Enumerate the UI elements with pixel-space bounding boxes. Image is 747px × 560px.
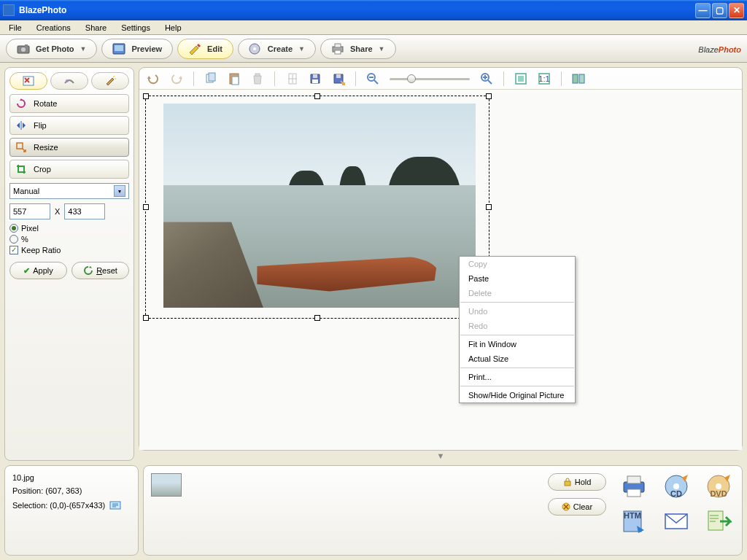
save-button[interactable] [285, 72, 298, 85]
filename-label: 10.jpg [12, 473, 131, 482]
zoom-slider[interactable] [390, 75, 470, 82]
resize-handle[interactable] [143, 315, 149, 321]
collapse-bar[interactable]: ▼ [139, 451, 743, 461]
ctx-print[interactable]: Print... [460, 370, 575, 384]
maximize-button[interactable]: ▢ [712, 3, 727, 18]
info-icon[interactable] [109, 499, 121, 511]
rotate-button[interactable]: Rotate [9, 94, 129, 113]
email-action[interactable] [663, 508, 689, 534]
svg-rect-13 [17, 143, 23, 149]
menu-help[interactable]: Help [159, 22, 187, 34]
undo-button[interactable] [147, 72, 160, 85]
printer-icon [331, 43, 344, 55]
ctx-copy[interactable]: Copy [460, 257, 575, 271]
resize-handle[interactable] [486, 204, 492, 210]
burn-dvd-action[interactable]: DVD [705, 473, 732, 499]
filmstrip-panel: Hold Clear CD DVD HTM [143, 465, 743, 556]
svg-rect-37 [579, 74, 584, 83]
app-icon [3, 4, 15, 16]
keep-ratio-checkbox[interactable]: ✓Keep Ratio [9, 246, 129, 254]
pixel-radio[interactable]: Pixel [9, 224, 129, 233]
svg-rect-2 [25, 44, 28, 47]
minimize-button[interactable]: — [695, 3, 711, 18]
save-as-button[interactable] [332, 72, 345, 85]
save-disk-button[interactable] [309, 72, 322, 85]
svg-rect-22 [313, 74, 317, 78]
get-photo-button[interactable]: Get Photo ▼ [6, 39, 97, 59]
crop-button[interactable]: Crop [9, 160, 129, 179]
menu-settings[interactable]: Settings [115, 22, 156, 34]
ctx-delete[interactable]: Delete [460, 286, 575, 300]
svg-rect-24 [336, 74, 341, 78]
dropdown-arrow-icon: ▾ [114, 185, 125, 197]
resize-button[interactable]: Resize [9, 138, 129, 157]
selection-label: Selection: (0,0)-(657x433) [12, 501, 105, 510]
svg-point-11 [66, 79, 69, 82]
height-input[interactable] [64, 203, 105, 219]
resize-handle[interactable] [143, 204, 149, 210]
actual-size-button[interactable]: 1:1 [538, 72, 551, 85]
svg-rect-39 [565, 481, 570, 486]
ctx-redo[interactable]: Redo [460, 319, 575, 333]
flip-button[interactable]: Flip [9, 116, 129, 135]
svg-point-6 [253, 47, 256, 50]
percent-radio[interactable]: % [9, 235, 129, 244]
preview-button[interactable]: Preview [101, 39, 173, 59]
resize-handle[interactable] [143, 93, 149, 99]
selection-marquee[interactable] [145, 96, 489, 319]
svg-rect-23 [312, 79, 318, 83]
create-button[interactable]: Create ▼ [238, 39, 316, 59]
edit-toolbar: 1:1 [139, 68, 742, 90]
zoom-out-button[interactable] [366, 72, 379, 85]
apply-button[interactable]: ✔ Apply [9, 262, 67, 279]
menu-share[interactable]: Share [80, 22, 112, 34]
menu-creations[interactable]: Creations [31, 22, 77, 34]
effects-tab[interactable] [91, 72, 129, 90]
delete-button[interactable] [251, 72, 264, 85]
fit-window-button[interactable] [514, 72, 527, 85]
ctx-fit[interactable]: Fit in Window [460, 337, 575, 351]
export-action[interactable] [705, 508, 732, 534]
edit-button[interactable]: Edit [177, 39, 233, 59]
basic-edit-tab[interactable] [9, 72, 47, 90]
print-action[interactable] [621, 473, 647, 499]
compare-button[interactable] [572, 72, 585, 85]
html-export-action[interactable]: HTM [621, 508, 647, 534]
canvas[interactable] [139, 90, 742, 450]
svg-rect-9 [335, 50, 341, 54]
redo-button[interactable] [170, 72, 183, 85]
menu-file[interactable]: File [3, 22, 28, 34]
hold-button[interactable]: Hold [548, 473, 606, 491]
ctx-showhide[interactable]: Show/Hide Original Picture [460, 388, 575, 402]
reset-button[interactable]: Reset [71, 262, 129, 279]
thumbnail[interactable] [151, 473, 182, 497]
enhance-tab[interactable] [50, 72, 88, 90]
resize-handle[interactable] [314, 315, 320, 321]
ctx-paste[interactable]: Paste [460, 271, 575, 286]
window-title: BlazePhoto [19, 5, 695, 15]
ctx-undo[interactable]: Undo [460, 304, 575, 319]
burn-cd-action[interactable]: CD [663, 473, 689, 499]
svg-rect-42 [627, 476, 640, 483]
close-button[interactable]: ✕ [729, 3, 744, 18]
svg-point-45 [673, 483, 679, 489]
cancel-icon [562, 502, 570, 511]
titlebar: BlazePhoto — ▢ ✕ [0, 0, 747, 20]
svg-text:1:1: 1:1 [538, 74, 549, 83]
svg-text:HTM: HTM [624, 511, 641, 520]
resize-handle[interactable] [314, 93, 320, 99]
copy-button[interactable] [204, 72, 217, 85]
svg-line-26 [374, 80, 378, 84]
ctx-actual[interactable]: Actual Size [460, 351, 575, 366]
svg-text:CD: CD [670, 489, 682, 498]
resize-handle[interactable] [486, 93, 492, 99]
share-button[interactable]: Share ▼ [320, 39, 396, 59]
disc-icon [249, 43, 262, 55]
svg-point-1 [21, 47, 26, 52]
clear-button[interactable]: Clear [548, 498, 606, 516]
width-input[interactable] [9, 203, 50, 219]
svg-rect-8 [335, 44, 341, 47]
paste-button[interactable] [228, 72, 241, 85]
zoom-in-button[interactable] [480, 72, 493, 85]
resize-mode-dropdown[interactable]: Manual ▾ [9, 183, 129, 199]
